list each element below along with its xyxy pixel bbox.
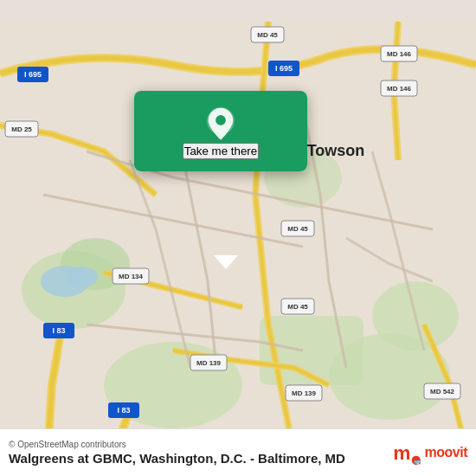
svg-text:MD 146: MD 146: [387, 85, 412, 93]
svg-text:m: m: [393, 441, 410, 464]
svg-text:MD 139: MD 139: [292, 389, 317, 397]
svg-text:MD 139: MD 139: [196, 359, 222, 367]
location-pin-icon: [203, 106, 239, 143]
svg-text:MD 45: MD 45: [257, 31, 278, 39]
svg-point-40: [215, 115, 226, 125]
popup-card: Take me there: [134, 91, 307, 171]
map-container: I 695 I 695 MD 45 MD 146 MD 146 MD 25 I …: [0, 0, 476, 476]
svg-text:MD 25: MD 25: [11, 125, 32, 133]
svg-text:I 83: I 83: [52, 326, 65, 335]
svg-point-9: [67, 267, 98, 287]
take-me-there-button[interactable]: Take me there: [183, 143, 259, 159]
svg-text:I 695: I 695: [275, 64, 293, 73]
svg-text:MD 134: MD 134: [119, 273, 144, 280]
svg-text:🚌: 🚌: [413, 457, 421, 465]
svg-text:Towson: Towson: [307, 142, 365, 159]
moovit-icon: m 🚌: [390, 436, 423, 469]
svg-text:I 695: I 695: [24, 70, 42, 79]
bottom-bar: © OpenStreetMap contributors Walgreens a…: [0, 428, 476, 476]
attribution-text: © OpenStreetMap contributors: [9, 440, 345, 449]
map-background: I 695 I 695 MD 45 MD 146 MD 146 MD 25 I …: [0, 0, 476, 476]
svg-text:MD 45: MD 45: [287, 225, 308, 233]
bottom-text-area: © OpenStreetMap contributors Walgreens a…: [9, 440, 345, 466]
popup-green-area: Take me there: [134, 91, 307, 171]
location-title: Walgreens at GBMC, Washington, D.C. - Ba…: [9, 451, 345, 466]
moovit-logo: m 🚌 moovit: [390, 436, 467, 469]
moovit-text: moovit: [425, 445, 467, 460]
svg-text:MD 542: MD 542: [430, 388, 455, 396]
popup-arrow-down: [214, 255, 238, 269]
svg-text:I 83: I 83: [117, 406, 130, 415]
svg-text:MD 146: MD 146: [387, 50, 412, 58]
svg-text:MD 45: MD 45: [287, 303, 308, 311]
